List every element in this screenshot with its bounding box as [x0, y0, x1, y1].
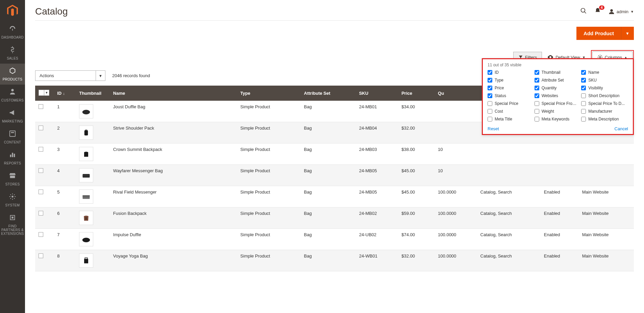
column-option[interactable]: Attribute Set: [535, 78, 579, 83]
magento-logo[interactable]: [0, 0, 25, 22]
table-row[interactable]: 6Fusion BackpackSimple ProductBag24-MB02…: [35, 207, 634, 229]
column-option-checkbox[interactable]: [488, 109, 492, 114]
columns-cancel-button[interactable]: Cancel: [615, 126, 628, 131]
column-option[interactable]: Price: [488, 86, 532, 90]
column-option-checkbox[interactable]: [535, 93, 539, 98]
column-option-checkbox[interactable]: [581, 78, 586, 83]
column-header-thumbnail[interactable]: Thumbnail: [76, 86, 109, 101]
column-option-checkbox[interactable]: [488, 117, 492, 121]
sales-icon: [9, 46, 16, 55]
column-option[interactable]: Thumbnail: [535, 70, 579, 75]
column-option-checkbox[interactable]: [581, 109, 586, 114]
column-option[interactable]: Meta Keywords: [535, 117, 579, 121]
column-option[interactable]: Status: [488, 93, 532, 98]
column-header-price[interactable]: Price: [398, 86, 435, 101]
column-option[interactable]: Cost: [488, 109, 532, 114]
row-checkbox[interactable]: [39, 126, 43, 130]
nav-item-customers[interactable]: CUSTOMERS: [0, 85, 25, 106]
column-option-checkbox[interactable]: [488, 86, 492, 90]
column-option[interactable]: Meta Description: [581, 117, 625, 121]
notifications-icon[interactable]: 4: [594, 7, 601, 16]
row-checkbox[interactable]: [39, 104, 43, 109]
row-checkbox[interactable]: [39, 189, 43, 194]
cell-name: Wayfarer Messenger Bag: [110, 165, 237, 186]
product-thumbnail[interactable]: [79, 126, 93, 140]
column-option[interactable]: Special Price: [488, 101, 532, 106]
column-option-checkbox[interactable]: [535, 86, 539, 90]
column-option-checkbox[interactable]: [488, 70, 492, 75]
column-option[interactable]: Special Price To D...: [581, 101, 625, 106]
row-checkbox[interactable]: [39, 253, 43, 258]
product-thumbnail[interactable]: [79, 232, 93, 246]
column-header-sku[interactable]: SKU: [356, 86, 398, 101]
add-product-button[interactable]: Add Product: [576, 27, 621, 40]
row-checkbox[interactable]: [39, 232, 43, 237]
column-option-checkbox[interactable]: [581, 101, 586, 106]
select-all-checkbox[interactable]: ▼: [39, 90, 49, 96]
column-option[interactable]: Websites: [535, 93, 579, 98]
nav-item-partners[interactable]: FIND PARTNERS & EXTENSIONS: [0, 210, 25, 239]
nav-item-reports[interactable]: REPORTS: [0, 148, 25, 169]
column-header-id[interactable]: ID↓: [54, 86, 76, 101]
table-row[interactable]: 3Crown Summit BackpackSimple ProductBag2…: [35, 143, 634, 165]
column-header-type[interactable]: Type: [237, 86, 300, 101]
column-option-checkbox[interactable]: [535, 70, 539, 75]
column-option[interactable]: SKU: [581, 78, 625, 83]
column-option-checkbox[interactable]: [581, 117, 586, 121]
column-option[interactable]: Manufacturer: [581, 109, 625, 114]
table-row[interactable]: 7Impulse DuffleSimple ProductBag24-UB02$…: [35, 229, 634, 250]
column-option[interactable]: Quantity: [535, 86, 579, 90]
row-checkbox[interactable]: [39, 147, 43, 152]
column-option[interactable]: Type: [488, 78, 532, 83]
column-option-checkbox[interactable]: [535, 109, 539, 114]
product-thumbnail[interactable]: [79, 147, 93, 161]
row-checkbox[interactable]: [39, 211, 43, 216]
cell-visibility: Catalog, Search: [477, 250, 541, 271]
nav-item-content[interactable]: CONTENT: [0, 127, 25, 148]
column-option[interactable]: Name: [581, 70, 625, 75]
nav-item-dashboard[interactable]: DASHBOARD: [0, 22, 25, 43]
row-checkbox[interactable]: [39, 168, 43, 173]
add-product-dropdown[interactable]: ▼: [621, 27, 634, 40]
product-thumbnail[interactable]: [79, 253, 93, 268]
nav-item-products[interactable]: PRODUCTS: [0, 64, 25, 85]
nav-item-system[interactable]: SYSTEM: [0, 189, 25, 210]
column-option[interactable]: Special Price From...: [535, 101, 579, 106]
table-row[interactable]: 4Wayfarer Messenger BagSimple ProductBag…: [35, 165, 634, 186]
column-option-checkbox[interactable]: [581, 86, 586, 90]
columns-reset-button[interactable]: Reset: [488, 126, 499, 131]
column-option[interactable]: Visibility: [581, 86, 625, 90]
mass-actions-select[interactable]: Actions ▼: [35, 70, 105, 81]
search-icon[interactable]: [580, 7, 587, 16]
column-header-name[interactable]: Name: [110, 86, 237, 101]
product-thumbnail[interactable]: [79, 211, 93, 225]
admin-account-menu[interactable]: admin ▼: [609, 8, 634, 15]
column-option-checkbox[interactable]: [535, 117, 539, 121]
table-row[interactable]: 8Voyage Yoga BagSimple ProductBag24-WB01…: [35, 250, 634, 271]
column-header-quantity[interactable]: Qu: [435, 86, 477, 101]
column-option-checkbox[interactable]: [581, 70, 586, 75]
column-option-checkbox[interactable]: [535, 78, 539, 83]
svg-rect-1: [10, 131, 16, 137]
nav-item-stores[interactable]: STORES: [0, 169, 25, 189]
column-option[interactable]: ID: [488, 70, 532, 75]
nav-item-sales[interactable]: SALES: [0, 43, 25, 64]
cell-name: Strive Shoulder Pack: [110, 122, 237, 143]
nav-item-marketing[interactable]: MARKETING: [0, 106, 25, 127]
product-thumbnail[interactable]: [79, 189, 93, 204]
column-option-checkbox[interactable]: [488, 101, 492, 106]
column-option[interactable]: Weight: [535, 109, 579, 114]
cell-sku: 24-MB05: [356, 186, 398, 207]
column-option[interactable]: Short Description: [581, 93, 625, 98]
column-option-checkbox[interactable]: [581, 93, 586, 98]
product-thumbnail[interactable]: [79, 104, 93, 118]
column-option-checkbox[interactable]: [488, 78, 492, 83]
product-thumbnail[interactable]: [79, 168, 93, 182]
column-header-attribute-set[interactable]: Attribute Set: [301, 86, 356, 101]
column-option[interactable]: Meta Title: [488, 117, 532, 121]
table-row[interactable]: 5Rival Field MessengerSimple ProductBag2…: [35, 186, 634, 207]
cell-visibility: [477, 143, 541, 165]
caret-down-icon: ▼: [630, 10, 634, 14]
column-option-checkbox[interactable]: [535, 101, 539, 106]
column-option-checkbox[interactable]: [488, 93, 492, 98]
